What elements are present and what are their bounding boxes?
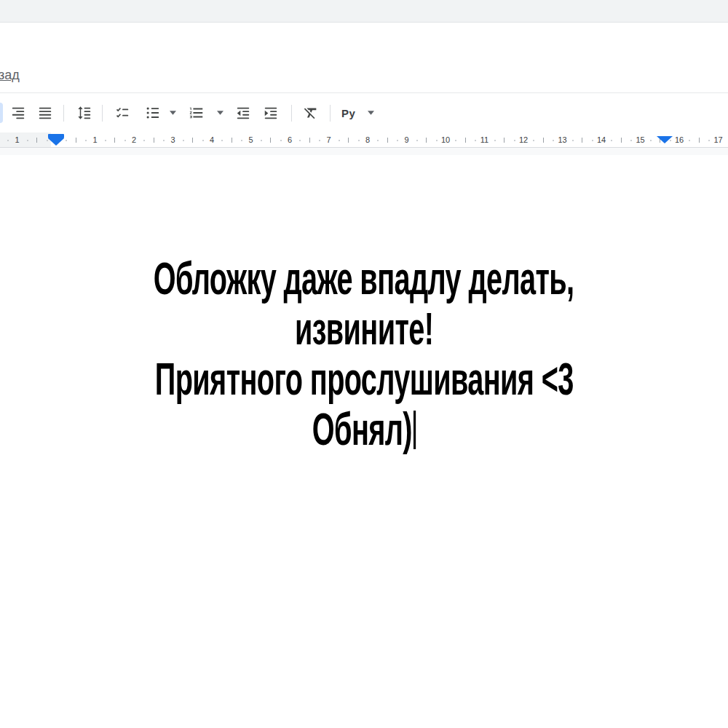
- indent-increase-button[interactable]: [261, 103, 281, 123]
- ruler-tick-dot: [630, 140, 632, 141]
- indent-decrease-button[interactable]: [233, 103, 253, 123]
- ruler-tick-dot: [66, 140, 67, 141]
- bulleted-list-button[interactable]: [143, 103, 163, 123]
- clear-formatting-button[interactable]: [301, 103, 321, 123]
- ruler-tick-dot: [280, 140, 282, 141]
- ruler-tick-dot: [377, 140, 379, 141]
- ruler-tick-dot: [494, 140, 496, 141]
- ruler-tick: [270, 138, 271, 143]
- ruler-tick-dot: [533, 140, 534, 141]
- ruler-tick: [387, 138, 388, 143]
- chevron-down-icon: [170, 111, 176, 115]
- ruler-tick-dot: [572, 140, 574, 141]
- ruler-number: 7: [326, 135, 331, 145]
- app-window: зад: [0, 0, 728, 728]
- right-indent-marker[interactable]: [657, 136, 673, 143]
- ruler-tick-dot: [183, 140, 184, 141]
- checklist-icon: [114, 105, 130, 121]
- numbered-list-dropdown[interactable]: [214, 103, 226, 123]
- toolbar-divider: [63, 105, 64, 122]
- ruler-tick-dot: [319, 140, 320, 141]
- ruler-tick: [154, 138, 154, 143]
- ruler-tick: [309, 138, 310, 143]
- ruler-tick-dot: [553, 140, 554, 141]
- ruler-number: 12: [519, 135, 528, 145]
- clear-formatting-icon: [303, 105, 319, 121]
- toolbar-divider: [330, 105, 331, 122]
- checklist-button[interactable]: [112, 103, 132, 123]
- ruler-tick: [699, 138, 700, 143]
- ruler-number: 10: [441, 135, 450, 145]
- document-line: Приятного прослушивания <3: [0, 354, 728, 404]
- ruler-tick-dot: [592, 140, 593, 141]
- ruler-page-gap: [0, 148, 728, 155]
- left-indent-triangle[interactable]: [48, 138, 64, 146]
- ruler-tick-dot: [202, 140, 204, 141]
- line-spacing-icon: [76, 105, 92, 121]
- ruler-number: 17: [713, 135, 722, 145]
- formatting-toolbar: Ру: [0, 92, 728, 132]
- back-link[interactable]: зад: [0, 68, 20, 83]
- ruler-tick: [426, 138, 427, 143]
- toolbar-divider: [102, 105, 103, 122]
- ruler-tick: [192, 138, 193, 143]
- ruler-tick-dot: [85, 140, 87, 141]
- ruler-tick-dot: [611, 140, 612, 141]
- numbered-list-button[interactable]: [186, 103, 207, 123]
- document-text-block: Обложку даже впадлу делать, извините! Пр…: [0, 253, 728, 454]
- ruler-tick: [348, 138, 349, 143]
- ruler-number: 9: [404, 135, 408, 145]
- ruler-tick-dot: [221, 140, 223, 141]
- ruler-tick-dot: [514, 140, 515, 141]
- ruler-margin-number: 1: [15, 135, 19, 145]
- active-align-button-edge[interactable]: [0, 103, 3, 123]
- ruler-tick-dot: [475, 140, 476, 141]
- ruler-tick-dot: [708, 140, 710, 141]
- ruler-tick-dot: [163, 140, 165, 141]
- ruler-tick: [114, 138, 115, 143]
- bulleted-list-dropdown[interactable]: [167, 103, 178, 123]
- ruler-tick-dot: [299, 140, 301, 141]
- ruler-tick-dot: [416, 140, 418, 141]
- ruler-number: 8: [365, 135, 370, 145]
- input-tools-button[interactable]: Ру: [339, 103, 358, 123]
- document-line: Обложку даже впадлу делать,: [0, 253, 728, 304]
- document-line: Обнял): [0, 404, 728, 454]
- ruler-tick-dot: [455, 140, 456, 141]
- ruler-tick-dot: [105, 140, 106, 141]
- align-justify-button[interactable]: [35, 103, 55, 123]
- ruler-number: 4: [210, 135, 214, 145]
- ruler-tick: [543, 138, 544, 143]
- ruler-tick-dot: [339, 140, 340, 141]
- chevron-down-icon: [217, 111, 223, 115]
- input-tools-label: Ру: [341, 107, 355, 119]
- align-right-button[interactable]: [8, 103, 28, 123]
- ruler-tick-dot: [143, 140, 145, 141]
- ruler-number: 1: [92, 135, 97, 145]
- ruler-number: 16: [675, 135, 684, 145]
- ruler-tick-dot: [436, 140, 438, 141]
- ruler-tick: [621, 138, 622, 143]
- ruler-number: 15: [636, 135, 644, 145]
- horizontal-ruler[interactable]: 11234567891011121314151617: [0, 132, 728, 148]
- indent-decrease-icon: [235, 105, 251, 121]
- ruler-tick-dot: [124, 140, 126, 141]
- ruler-tick-dot: [650, 140, 652, 141]
- numbered-list-icon: [189, 105, 205, 121]
- left-indent-marker[interactable]: [48, 134, 64, 146]
- ruler-number: 6: [288, 135, 292, 145]
- ruler-tick: [232, 138, 232, 143]
- input-tools-dropdown[interactable]: [365, 103, 376, 123]
- ruler-tick: [36, 138, 37, 143]
- ruler-number: 2: [132, 135, 136, 145]
- line-spacing-button[interactable]: [74, 103, 95, 123]
- ruler-tick-dot: [397, 140, 398, 141]
- ruler-number: 11: [480, 135, 488, 145]
- align-right-icon: [10, 105, 26, 121]
- ruler-tick: [465, 138, 466, 143]
- ruler-tick-dot: [27, 140, 28, 141]
- document-page[interactable]: Обложку даже впадлу делать, извините! Пр…: [0, 155, 728, 728]
- toolbar-divider: [291, 105, 292, 122]
- right-indent-triangle[interactable]: [657, 136, 673, 143]
- ruler-number: 5: [248, 135, 253, 145]
